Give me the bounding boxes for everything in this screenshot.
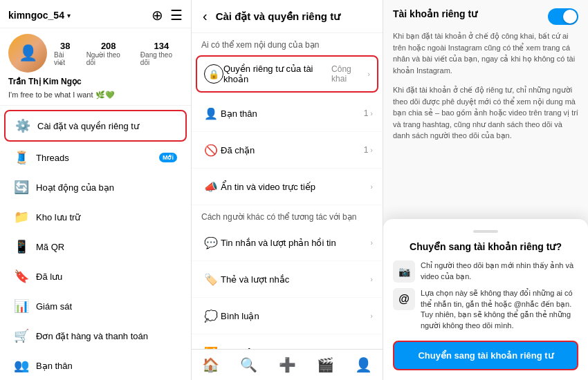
tags-icon: 🏷️ [201,269,221,289]
nav-search[interactable]: 🔍 [230,354,268,376]
monitor-icon: 📊 [14,298,29,314]
menu-item-saved[interactable]: 🔖 Đã lưu [4,262,187,291]
profile-header: kimngoc_54 ▾ ⊕ ☰ [0,0,191,28]
sharing-item[interactable]: 🔀 Chia sẻ và remix › [192,334,383,349]
menu-icon[interactable]: ☰ [170,7,183,23]
chevron-right-icon: › [367,70,370,78]
profile-info: 👤 38 Bài viết 208 Người theo dõi 134 Đan… [0,28,191,106]
privacy-label: Quyền riêng tư của tài khoản [223,64,331,84]
private-account-toggle[interactable] [548,8,578,25]
comments-icon: 💭 [201,306,221,325]
stories-icon: 📣 [201,177,221,196]
right-panel: Tài khoản riêng tư Khi bạn đặt tài khoản… [383,0,588,380]
lock-icon: 🔒 [204,64,223,84]
profile-bio: I'm free to be what I want 🌿💚 [8,91,183,99]
chevron-right-icon8: › [370,348,373,349]
blocked-item[interactable]: 🚫 Đã chặn 1 › [192,132,383,169]
messages-icon: 💬 [201,233,221,252]
switch-private-modal: Chuyển sang tài khoản riêng tư? 📷 Chỉ ng… [383,219,588,380]
header-icons: ⊕ ☰ [151,7,183,23]
threads-badge: Mới [159,153,177,162]
right-description-2: Khi đặt tài khoản ở chế độ riêng tư, chỉ… [393,84,578,142]
stories-label: Ẩn tin và video trực tiếp [221,182,315,192]
feature-text-2: Lựa chọn này sẽ không thay đổi những ai … [421,288,578,331]
right-panel-title: Tài khoản riêng tư [393,8,477,19]
at-icon: @ [393,288,415,310]
menu-item-archive[interactable]: 📁 Kho lưu trữ [4,202,187,231]
messages-item[interactable]: 💬 Tin nhắn và lượt phản hồi tin › [192,225,383,261]
chevron-down-icon: ▾ [67,12,71,19]
middle-panel-title: Cài đặt và quyền riêng tư [216,10,341,23]
sharing-icon: 🔀 [201,343,221,349]
menu-list: ⚙️ Cài đặt và quyền riêng tư 🧵 Threads M… [0,106,191,380]
username: kimngoc_54 [8,10,64,21]
modal-features: 📷 Chỉ người theo dõi bạn mới nhìn thấy ả… [393,260,578,331]
right-description-1: Khi bạn đặt tài khoản ở chế độ công khai… [393,30,578,76]
menu-item-monitor[interactable]: 📊 Giám sát [4,292,187,321]
modal-feature-tags: @ Lựa chọn này sẽ không thay đổi những a… [393,288,578,331]
nav-profile[interactable]: 👤 [344,354,383,376]
privacy-account-item[interactable]: 🔒 Quyền riêng tư của tài khoản Công khai… [196,55,378,93]
menu-item-settings[interactable]: ⚙️ Cài đặt và quyền riêng tư [4,110,187,142]
close-friends-icon: 👥 [14,358,29,373]
profile-name: Trần Thị Kim Ngọc [8,77,183,86]
chevron-right-icon6: › [370,275,373,283]
chevron-right-icon5: › [370,238,373,247]
blocked-icon: 🚫 [201,140,221,160]
chevron-right-icon4: › [370,182,373,191]
middle-panel: ‹ Cài đặt và quyền riêng tư Ai có thể xe… [192,0,383,380]
drag-handle [473,230,498,233]
threads-icon: 🧵 [14,150,29,165]
tags-item[interactable]: 🏷️ Thẻ và lượt nhắc › [192,261,383,298]
stats-row: 38 Bài viết 208 Người theo dõi 134 Đang … [54,41,183,66]
menu-item-qr[interactable]: 📱 Mã QR [4,232,187,261]
modal-feature-photos: 📷 Chỉ người theo dõi bạn mới nhìn thấy ả… [393,260,578,283]
activity-icon: 🔄 [14,180,29,195]
middle-header: ‹ Cài đặt và quyền riêng tư [192,0,383,33]
nav-add[interactable]: ➕ [268,354,306,376]
settings-icon: ⚙️ [15,118,30,133]
stat-posts: 38 Bài viết [54,41,77,66]
menu-item-threads[interactable]: 🧵 Threads Mới [4,143,187,172]
privacy-value: Công khai › [331,64,370,84]
stories-item[interactable]: 📣 Ẩn tin và video trực tiếp › [192,169,383,205]
chevron-right-icon3: › [370,146,373,154]
section2-label: Cách người khác có thể tương tác với bạn [192,205,383,225]
bottom-nav: 🏠 🔍 ➕ 🎬 👤 [192,349,383,380]
menu-item-close-friends[interactable]: 👥 Bạn thân [4,351,187,380]
qr-icon: 📱 [14,239,29,254]
chevron-right-icon7: › [370,312,373,320]
avatar: 👤 [8,34,47,73]
close-friends-item[interactable]: 👤 Bạn thân 1 › [192,95,383,132]
back-button[interactable]: ‹ [200,7,210,26]
archive-icon: 📁 [14,209,29,225]
saved-icon: 🔖 [14,269,29,284]
comments-item[interactable]: 💭 Bình luận › [192,298,383,334]
toggle-knob [563,10,577,23]
modal-title: Chuyển sang tài khoản riêng tư? [393,241,578,252]
orders-icon: 🛒 [14,328,29,343]
friends-label: Bạn thân [221,108,257,119]
stat-following: 134 Đang theo dõi [140,41,183,66]
username-row[interactable]: kimngoc_54 ▾ [8,10,71,21]
blocked-label: Đã chặn [221,145,255,155]
friends-icon: 👤 [201,104,221,123]
add-icon[interactable]: ⊕ [151,7,163,23]
switch-private-button[interactable]: Chuyển sang tài khoản riêng tư [393,341,578,370]
middle-content: Ai có thể xem nội dung của bạn 🔒 Quyền r… [192,33,383,349]
menu-item-activity[interactable]: 🔄 Hoạt động của bạn [4,173,187,202]
stat-followers: 208 Người theo dõi [86,41,131,66]
left-panel: kimngoc_54 ▾ ⊕ ☰ 👤 38 Bài viết 208 Người… [0,0,192,380]
chevron-right-icon2: › [370,109,373,117]
nav-home[interactable]: 🏠 [192,354,230,376]
section1-label: Ai có thể xem nội dung của bạn [192,33,383,53]
feature-text-1: Chỉ người theo dõi bạn mới nhìn thấy ảnh… [421,260,578,282]
profile-row: 👤 38 Bài viết 208 Người theo dõi 134 Đan… [8,34,183,73]
photos-icon: 📷 [393,260,415,283]
menu-item-orders[interactable]: 🛒 Đơn đặt hàng và thanh toán [4,321,187,350]
nav-reels[interactable]: 🎬 [306,354,344,376]
